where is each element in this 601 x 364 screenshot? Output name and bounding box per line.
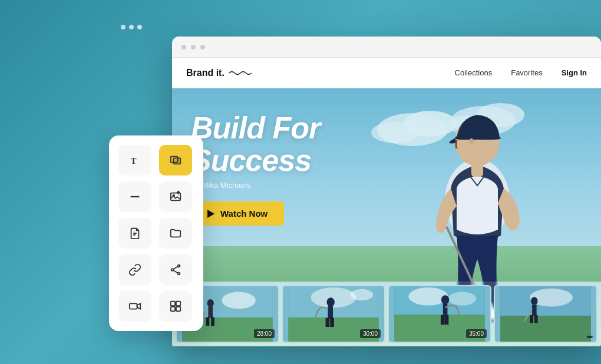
svg-rect-12 bbox=[176, 302, 180, 306]
image-tool[interactable] bbox=[159, 181, 192, 212]
svg-point-9 bbox=[178, 273, 180, 275]
grid-tool[interactable] bbox=[159, 291, 192, 322]
svg-rect-11 bbox=[171, 302, 175, 306]
window-dots bbox=[121, 25, 142, 29]
folder-tool[interactable] bbox=[159, 218, 192, 249]
play-icon bbox=[207, 210, 214, 218]
watch-now-button[interactable]: Watch Now bbox=[191, 201, 284, 226]
hero-title-line1: Build For bbox=[191, 111, 320, 145]
brand-squiggle-icon bbox=[228, 68, 252, 78]
site-nav: Brand it. Collections Favorites Sign In bbox=[172, 58, 601, 88]
nav-favorites[interactable]: Favorites bbox=[511, 68, 542, 77]
browser-dot-red bbox=[181, 45, 186, 49]
svg-point-35 bbox=[207, 299, 214, 307]
thumb-2-time: 30:00 bbox=[360, 329, 381, 338]
video-tool[interactable] bbox=[118, 291, 151, 322]
svg-point-7 bbox=[178, 265, 180, 267]
hero-content: Build For Success By Mika Michaels Watch… bbox=[191, 112, 320, 226]
crop-tool[interactable] bbox=[159, 145, 192, 176]
svg-rect-13 bbox=[171, 307, 175, 311]
thumb-4-time bbox=[587, 336, 593, 338]
browser-dot-yellow bbox=[191, 45, 196, 49]
hero-subtitle: By Mika Michaels bbox=[191, 181, 320, 190]
share-tool[interactable] bbox=[159, 254, 192, 285]
svg-rect-64 bbox=[530, 315, 533, 323]
browser-chrome bbox=[172, 37, 601, 58]
svg-point-52 bbox=[408, 287, 448, 306]
watch-now-label: Watch Now bbox=[220, 209, 268, 219]
dot-3 bbox=[137, 25, 142, 29]
brand-logo: Brand it. bbox=[186, 68, 443, 78]
browser-dot-green bbox=[200, 45, 205, 49]
link-tool[interactable] bbox=[118, 254, 151, 285]
brand-name: Brand it. bbox=[186, 68, 224, 78]
thumbnails-row: 28:00 30:00 bbox=[172, 282, 601, 346]
svg-rect-36 bbox=[208, 307, 213, 318]
svg-rect-63 bbox=[532, 305, 537, 316]
svg-rect-59 bbox=[500, 316, 590, 342]
svg-rect-57 bbox=[445, 315, 449, 325]
minus-tool[interactable] bbox=[118, 181, 151, 212]
svg-point-23 bbox=[469, 138, 474, 144]
svg-text:T: T bbox=[131, 156, 137, 166]
svg-point-44 bbox=[351, 289, 373, 300]
svg-point-45 bbox=[326, 297, 334, 306]
text-tool[interactable]: T bbox=[118, 145, 151, 176]
dot-1 bbox=[121, 25, 126, 29]
hero-section: Build For Success By Mika Michaels Watch… bbox=[172, 88, 601, 346]
svg-rect-14 bbox=[176, 307, 180, 311]
hero-title: Build For Success bbox=[191, 112, 320, 176]
svg-rect-47 bbox=[326, 318, 330, 327]
thumbnail-2[interactable]: 30:00 bbox=[282, 285, 385, 343]
svg-point-62 bbox=[531, 297, 538, 305]
svg-rect-24 bbox=[471, 162, 483, 177]
svg-rect-10 bbox=[130, 303, 137, 309]
svg-rect-37 bbox=[206, 317, 210, 326]
svg-point-34 bbox=[222, 292, 256, 309]
browser-window: Brand it. Collections Favorites Sign In bbox=[172, 37, 601, 346]
thumbnail-4[interactable] bbox=[494, 285, 597, 343]
svg-rect-55 bbox=[443, 304, 448, 316]
svg-rect-38 bbox=[211, 317, 214, 326]
thumb-4-scene bbox=[495, 286, 596, 342]
svg-point-54 bbox=[441, 295, 449, 304]
dot-2 bbox=[129, 25, 134, 29]
svg-point-53 bbox=[448, 292, 476, 306]
svg-rect-46 bbox=[328, 306, 333, 319]
thumb-3-time: 35:00 bbox=[466, 329, 487, 338]
nav-links: Collections Favorites Sign In bbox=[455, 68, 587, 77]
svg-rect-2 bbox=[173, 158, 180, 164]
hero-title-line2: Success bbox=[191, 143, 311, 177]
svg-rect-48 bbox=[330, 318, 334, 327]
thumb-1-time: 28:00 bbox=[254, 329, 275, 338]
nav-sign-in[interactable]: Sign In bbox=[562, 68, 587, 77]
svg-rect-56 bbox=[441, 315, 445, 325]
svg-point-8 bbox=[171, 269, 174, 271]
nav-collections[interactable]: Collections bbox=[455, 68, 493, 77]
toolbar-panel: T bbox=[109, 135, 203, 331]
thumbnail-3[interactable]: 35:00 bbox=[388, 285, 491, 343]
document-tool[interactable] bbox=[118, 218, 151, 249]
svg-rect-65 bbox=[534, 315, 538, 323]
